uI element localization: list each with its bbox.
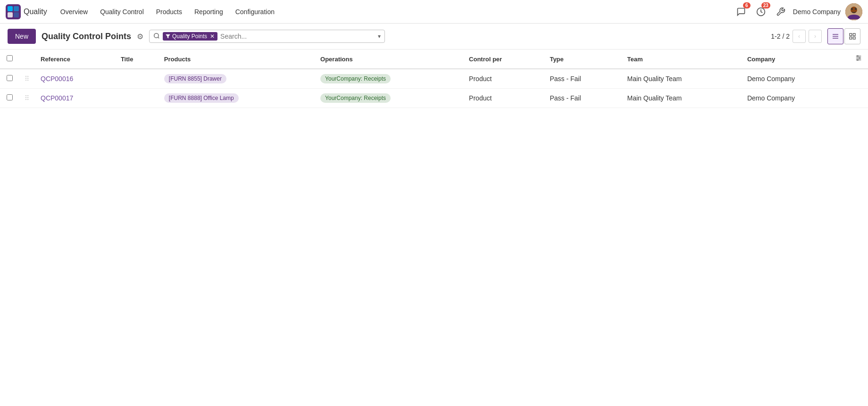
search-bar: Quality Points ✕ ▾ — [149, 30, 385, 43]
row-title — [115, 69, 159, 89]
navbar: Quality Overview Quality Control Product… — [0, 0, 868, 24]
drag-handle-icon: ⠿ — [25, 94, 29, 102]
navbar-right: 6 23 Demo Company — [734, 3, 862, 20]
row-company: Demo Company — [742, 69, 849, 89]
wrench-icon-button[interactable] — [773, 4, 788, 19]
kanban-view-button[interactable] — [844, 28, 860, 44]
row-checkbox-cell[interactable] — [0, 89, 19, 108]
activity-button[interactable]: 23 — [753, 4, 768, 19]
svg-rect-18 — [850, 37, 852, 39]
row-control-per: Product — [463, 69, 544, 89]
new-button[interactable]: New — [8, 29, 36, 44]
app-logo[interactable]: Quality — [6, 4, 51, 19]
chat-badge: 6 — [743, 2, 751, 8]
row-checkbox-cell[interactable] — [0, 69, 19, 89]
search-icon — [153, 33, 160, 41]
row-reference[interactable]: QCP00017 — [35, 89, 115, 108]
row-extra — [849, 89, 868, 108]
svg-rect-4 — [14, 12, 19, 17]
filter-chip-label: Quality Points — [172, 33, 207, 40]
next-page-button[interactable]: › — [809, 30, 822, 43]
row-title — [115, 89, 159, 108]
svg-point-9 — [855, 8, 857, 10]
svg-rect-16 — [850, 33, 852, 36]
svg-point-8 — [851, 8, 853, 10]
pagination-range: 1-2 / 2 — [771, 33, 790, 40]
nav-quality-control[interactable]: Quality Control — [94, 5, 150, 18]
user-avatar[interactable] — [845, 3, 862, 20]
row-operations: YourCompany: Receipts — [315, 69, 463, 89]
col-team[interactable]: Team — [622, 50, 742, 69]
svg-rect-2 — [14, 6, 19, 11]
table-container: Reference Title Products Operations Cont… — [0, 50, 868, 108]
row-reference[interactable]: QCP00016 — [35, 69, 115, 89]
filter-chip: Quality Points ✕ — [163, 32, 217, 41]
row-products: [FURN 8888] Office Lamp — [159, 89, 315, 108]
company-name: Demo Company — [793, 8, 841, 16]
row-checkbox[interactable] — [7, 94, 13, 100]
chat-notifications-button[interactable]: 6 — [734, 4, 749, 19]
operation-tag: YourCompany: Receipts — [320, 74, 391, 83]
select-all-checkbox[interactable] — [7, 55, 13, 61]
prev-page-button[interactable]: ‹ — [793, 30, 806, 43]
row-products: [FURN 8855] Drawer — [159, 69, 315, 89]
product-tag: [FURN 8888] Office Lamp — [164, 93, 239, 103]
adjust-columns-header[interactable] — [849, 50, 868, 69]
search-input[interactable] — [220, 33, 375, 40]
select-all-header[interactable] — [0, 50, 19, 69]
drag-handle-icon: ⠿ — [25, 75, 29, 83]
row-type: Pass - Fail — [544, 89, 621, 108]
pagination: 1-2 / 2 ‹ › — [771, 30, 822, 43]
table-header-row: Reference Title Products Operations Cont… — [0, 50, 868, 69]
svg-point-25 — [857, 59, 859, 61]
row-drag-handle[interactable]: ⠿ — [19, 89, 35, 108]
col-control-per[interactable]: Control per — [463, 50, 544, 69]
product-tag: [FURN 8855] Drawer — [164, 74, 226, 83]
row-type: Pass - Fail — [544, 69, 621, 89]
svg-rect-3 — [8, 12, 13, 17]
svg-rect-1 — [8, 6, 13, 11]
filter-chip-close[interactable]: ✕ — [210, 33, 215, 40]
search-dropdown-button[interactable]: ▾ — [378, 33, 381, 40]
table-row[interactable]: ⠿ QCP00017 [FURN 8888] Office Lamp YourC… — [0, 89, 868, 108]
col-company[interactable]: Company — [742, 50, 849, 69]
nav-overview[interactable]: Overview — [55, 5, 93, 18]
svg-point-7 — [851, 7, 857, 13]
svg-rect-19 — [853, 37, 855, 39]
svg-rect-17 — [853, 33, 855, 36]
col-reference[interactable]: Reference — [35, 50, 115, 69]
col-operations[interactable]: Operations — [315, 50, 463, 69]
app-name: Quality — [24, 8, 47, 16]
adjust-columns-icon[interactable] — [855, 55, 862, 63]
col-title[interactable]: Title — [115, 50, 159, 69]
col-type[interactable]: Type — [544, 50, 621, 69]
svg-line-11 — [158, 37, 159, 38]
nav-configuration[interactable]: Configuration — [230, 5, 280, 18]
svg-marker-12 — [166, 34, 170, 38]
nav-reporting[interactable]: Reporting — [189, 5, 229, 18]
drag-handle-header — [19, 50, 35, 69]
row-control-per: Product — [463, 89, 544, 108]
main-nav: Overview Quality Control Products Report… — [55, 5, 732, 18]
svg-point-24 — [859, 58, 860, 59]
row-drag-handle[interactable]: ⠿ — [19, 69, 35, 89]
svg-point-10 — [154, 33, 159, 37]
settings-icon[interactable]: ⚙ — [137, 32, 143, 41]
col-products[interactable]: Products — [159, 50, 315, 69]
row-checkbox[interactable] — [7, 75, 13, 81]
action-bar: New Quality Control Points ⚙ Quality Poi… — [0, 24, 868, 50]
table-row[interactable]: ⠿ QCP00016 [FURN 8855] Drawer YourCompan… — [0, 69, 868, 89]
row-team: Main Quality Team — [622, 69, 742, 89]
page-title: Quality Control Points — [42, 32, 131, 41]
quality-control-points-table: Reference Title Products Operations Cont… — [0, 50, 868, 108]
view-toggle — [827, 28, 860, 44]
activity-badge: 23 — [761, 2, 770, 8]
row-extra — [849, 69, 868, 89]
list-view-button[interactable] — [827, 28, 843, 44]
nav-products[interactable]: Products — [150, 5, 188, 18]
row-team: Main Quality Team — [622, 89, 742, 108]
operation-tag: YourCompany: Receipts — [320, 93, 391, 103]
row-company: Demo Company — [742, 89, 849, 108]
row-operations: YourCompany: Receipts — [315, 89, 463, 108]
svg-point-23 — [857, 56, 859, 57]
